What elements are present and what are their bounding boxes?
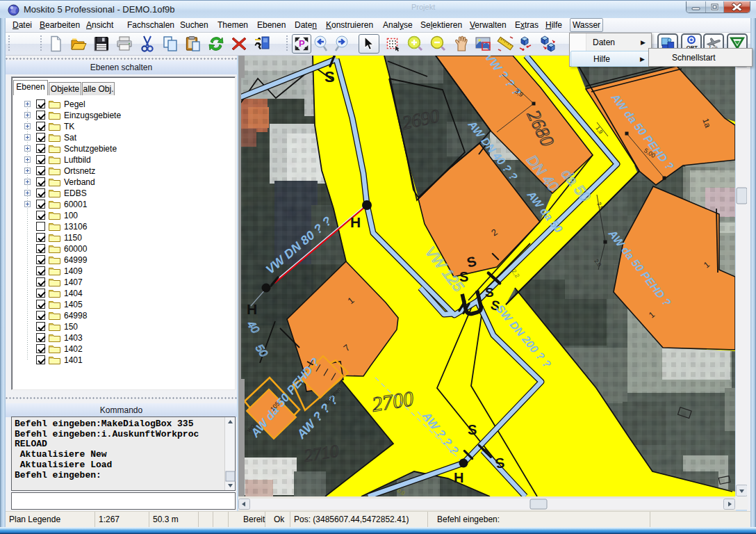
svg-text:P: P — [299, 38, 305, 49]
svg-text:S: S — [468, 422, 477, 437]
svg-text:H: H — [454, 470, 463, 485]
svg-text:S: S — [324, 68, 335, 86]
svg-text:H: H — [247, 301, 257, 317]
svg-text:H: H — [350, 214, 361, 230]
